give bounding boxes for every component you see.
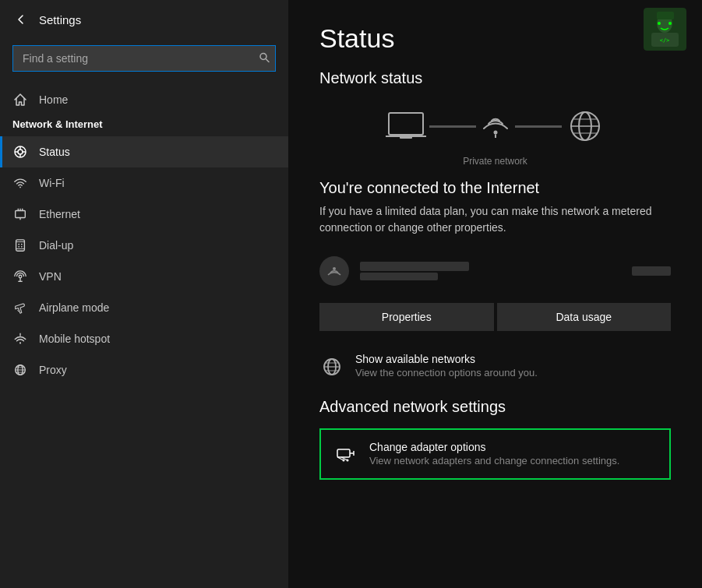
sidebar-header: Settings	[0, 0, 288, 39]
sidebar-item-vpn[interactable]: VPN	[0, 261, 288, 292]
sidebar-item-proxy[interactable]: Proxy	[0, 354, 288, 386]
svg-point-21	[19, 275, 22, 278]
network-usage	[632, 266, 671, 276]
search-button[interactable]	[259, 52, 270, 65]
networks-icon	[319, 354, 344, 379]
avatar: </>	[644, 8, 686, 51]
sidebar-item-airplane[interactable]: Airplane mode	[0, 292, 288, 323]
network-name	[360, 262, 469, 271]
svg-point-20	[21, 246, 23, 248]
hotspot-icon	[12, 331, 28, 347]
svg-rect-34	[657, 12, 674, 19]
advanced-section-title: Advanced network settings	[319, 398, 671, 416]
sidebar-item-hotspot[interactable]: Mobile hotspot	[0, 323, 288, 354]
sidebar-item-home-label: Home	[39, 93, 68, 106]
change-adapter-option[interactable]: Change adapter options View network adap…	[319, 428, 671, 480]
adapter-icon	[333, 442, 358, 467]
adapter-desc: View network adapters and change connect…	[369, 455, 619, 467]
svg-rect-41	[400, 136, 412, 139]
svg-point-49	[333, 267, 336, 270]
network-card	[319, 252, 671, 290]
ethernet-icon	[12, 206, 28, 222]
network-diagram	[319, 103, 671, 150]
sidebar-item-hotspot-label: Mobile hotspot	[39, 333, 110, 345]
home-icon	[12, 92, 28, 107]
status-icon	[12, 144, 28, 160]
dialup-icon	[12, 238, 28, 253]
svg-point-8	[19, 187, 21, 188]
sidebar-item-dialup[interactable]: Dial-up	[0, 230, 288, 261]
connected-heading: You're connected to the Internet	[319, 179, 671, 197]
settings-title: Settings	[39, 13, 81, 26]
show-networks-text: Show available networks View the connect…	[355, 353, 538, 379]
sidebar-item-status[interactable]: Status	[0, 136, 288, 167]
line-2	[515, 125, 562, 128]
svg-point-35	[658, 22, 661, 25]
sidebar-item-ethernet[interactable]: Ethernet	[0, 199, 288, 230]
properties-button[interactable]: Properties	[319, 303, 494, 331]
network-info	[360, 262, 469, 280]
svg-point-19	[18, 246, 19, 248]
airplane-icon	[12, 300, 28, 315]
svg-point-42	[493, 131, 497, 135]
laptop-icon	[383, 107, 429, 146]
sidebar-item-dialup-label: Dial-up	[39, 239, 73, 252]
sidebar-item-airplane-label: Airplane mode	[39, 301, 109, 314]
sidebar-item-wifi[interactable]: Wi-Fi	[0, 167, 288, 199]
svg-text:</>: </>	[660, 37, 670, 44]
show-networks-item[interactable]: Show available networks View the connect…	[319, 353, 671, 379]
connected-desc: If you have a limited data plan, you can…	[319, 203, 671, 236]
svg-rect-14	[16, 240, 25, 251]
show-networks-desc: View the connection options around you.	[355, 367, 538, 379]
network-label: Private network	[319, 156, 671, 167]
back-button[interactable]	[12, 11, 30, 28]
svg-point-36	[668, 22, 672, 25]
svg-line-24	[17, 310, 19, 312]
router-icon	[476, 107, 515, 146]
show-networks-title: Show available networks	[355, 353, 538, 365]
adapter-text: Change adapter options View network adap…	[369, 441, 619, 467]
svg-point-17	[18, 244, 19, 245]
search-input[interactable]	[12, 45, 276, 72]
line-1	[429, 125, 476, 128]
sidebar: Settings Home Network & Internet	[0, 0, 288, 588]
network-avatar	[319, 256, 349, 286]
network-card-left	[319, 256, 469, 286]
svg-point-3	[18, 150, 23, 154]
main-content: </> Status Network status	[288, 0, 702, 588]
proxy-icon	[12, 362, 28, 378]
svg-point-61	[347, 459, 349, 462]
adapter-title: Change adapter options	[369, 441, 619, 453]
svg-point-59	[343, 459, 345, 462]
globe-icon	[562, 103, 609, 150]
section-network-status: Network status	[319, 69, 671, 87]
wifi-icon	[12, 175, 28, 191]
svg-rect-55	[337, 449, 350, 457]
data-usage-button[interactable]: Data usage	[497, 303, 672, 331]
sidebar-section-label: Network & Internet	[0, 115, 288, 136]
button-row: Properties Data usage	[319, 303, 671, 331]
svg-rect-9	[16, 211, 26, 218]
network-sub	[360, 273, 438, 280]
sidebar-item-ethernet-label: Ethernet	[39, 208, 80, 220]
svg-point-18	[21, 244, 23, 245]
sidebar-item-status-label: Status	[39, 146, 70, 158]
sidebar-item-wifi-label: Wi-Fi	[39, 177, 65, 189]
svg-point-0	[260, 54, 266, 60]
svg-point-25	[19, 342, 21, 343]
sidebar-item-vpn-label: VPN	[39, 270, 62, 283]
vpn-icon	[12, 269, 28, 284]
svg-rect-39	[389, 113, 423, 135]
svg-line-1	[266, 59, 270, 62]
sidebar-item-proxy-label: Proxy	[39, 364, 67, 376]
search-box	[12, 45, 276, 72]
sidebar-item-home[interactable]: Home	[0, 84, 288, 115]
page-title: Status	[319, 23, 671, 54]
